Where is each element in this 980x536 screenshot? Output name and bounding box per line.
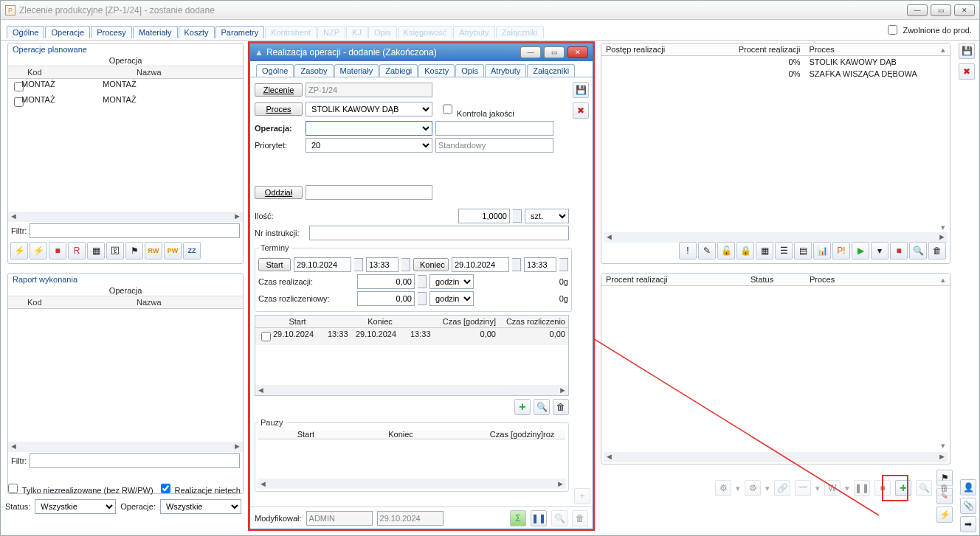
- start-date-input[interactable]: [294, 257, 351, 272]
- play-icon[interactable]: ▶: [852, 242, 869, 260]
- ilosc-unit-select[interactable]: szt.: [525, 209, 569, 223]
- tab-procesy[interactable]: Procesy: [91, 26, 132, 38]
- delete-icon[interactable]: ✖: [959, 63, 975, 80]
- list-icon[interactable]: ☰: [775, 242, 793, 260]
- lock-open-icon[interactable]: 🔓: [717, 242, 735, 260]
- progress-row[interactable]: 0%SZAFKA WISZĄCA DĘBOWA: [601, 68, 950, 80]
- tab-nzp[interactable]: NZP: [317, 26, 345, 38]
- search-icon[interactable]: 🔍: [909, 242, 927, 260]
- raport-filter-input[interactable]: [30, 453, 240, 468]
- dialog-tab-załączniki[interactable]: Załączniki: [527, 64, 575, 77]
- dialog-minimize-button[interactable]: —: [520, 46, 541, 58]
- tab-księgowość[interactable]: Księgowość: [398, 26, 453, 38]
- tab-materiały[interactable]: Materiały: [133, 26, 178, 38]
- czas-rozl-input[interactable]: [357, 291, 415, 306]
- dialog-tab-atrybuty[interactable]: Atrybuty: [485, 64, 526, 77]
- trash-icon[interactable]: 🗑: [928, 242, 946, 260]
- key-icon[interactable]: ⚿: [106, 242, 124, 260]
- nrinstr-input[interactable]: [309, 226, 569, 240]
- progress-row[interactable]: 0%STOLIK KAWOWY DĄB: [601, 56, 950, 68]
- raport-grid[interactable]: [8, 309, 243, 442]
- stop-icon[interactable]: ■: [49, 242, 66, 260]
- planned-grid[interactable]: MONTAŻMONTAŻMONTAŻMONTAŻ: [8, 79, 243, 212]
- dialog-close-button[interactable]: ✕: [567, 46, 588, 58]
- interval-add-icon[interactable]: +: [514, 399, 531, 415]
- flash-icon[interactable]: ⚡: [10, 242, 28, 260]
- tab-koszty[interactable]: Koszty: [179, 26, 215, 38]
- gantt-icon[interactable]: ▤: [794, 242, 812, 260]
- proces-select[interactable]: STOLIK KAWOWY DĄB: [306, 102, 432, 116]
- note-icon[interactable]: ✎: [698, 242, 716, 260]
- attach-icon[interactable]: 📎: [960, 498, 976, 514]
- tab-załączniki[interactable]: Załączniki: [496, 26, 544, 38]
- interval-grid[interactable]: Start Koniec Czas [godziny] Czas rozlicz…: [255, 315, 569, 396]
- dialog-tab-koszty[interactable]: Koszty: [418, 64, 455, 77]
- col-procent[interactable]: Procent realizacji: [717, 43, 805, 55]
- chart-icon[interactable]: 📊: [813, 242, 831, 260]
- p-icon[interactable]: P!: [832, 242, 850, 260]
- table-icon[interactable]: ▦: [756, 242, 773, 260]
- tab-atrybuty[interactable]: Atrybuty: [453, 26, 494, 38]
- col-postep[interactable]: Postęp realizacji: [601, 43, 717, 55]
- dialog-save-icon[interactable]: 💾: [573, 82, 589, 98]
- close-button[interactable]: ✕: [954, 4, 975, 16]
- status-select[interactable]: Wszystkie: [35, 499, 116, 514]
- koniec-date-input[interactable]: [452, 257, 509, 272]
- tab-kontrahent[interactable]: Kontrahent: [265, 26, 317, 38]
- tab-kj[interactable]: KJ: [346, 26, 368, 38]
- sigma-icon[interactable]: Σ: [510, 510, 526, 526]
- planned-filter-input[interactable]: [30, 223, 240, 238]
- start-button[interactable]: Start: [258, 258, 291, 271]
- tab-ogólne[interactable]: Ogólne: [7, 26, 44, 38]
- interval-search-icon[interactable]: 🔍: [534, 399, 550, 415]
- PW-icon[interactable]: PW: [164, 242, 182, 260]
- dialog-tab-opis[interactable]: Opis: [455, 64, 484, 77]
- alert-icon[interactable]: !: [679, 242, 697, 260]
- dialog-tab-ogólne[interactable]: Ogólne: [256, 64, 294, 77]
- operacja-name-input[interactable]: [435, 121, 553, 136]
- planned-row[interactable]: MONTAŻMONTAŻ: [8, 94, 243, 110]
- only-unrealized-checkbox[interactable]: Tylko niezrealizowane (bez RW/PW): [5, 481, 153, 495]
- foot-pause-icon[interactable]: ❚❚: [531, 510, 547, 526]
- tab-parametry[interactable]: Parametry: [215, 26, 265, 38]
- released-checkbox[interactable]: Zwolnione do prod.: [885, 23, 972, 37]
- col-proces[interactable]: Proces: [805, 43, 950, 55]
- zlecenie-button[interactable]: Zlecenie: [255, 83, 303, 97]
- operacja-select[interactable]: [306, 121, 432, 136]
- maximize-button[interactable]: ▭: [931, 4, 951, 16]
- priorytet-select[interactable]: 20: [306, 138, 432, 153]
- R-red-icon[interactable]: R: [68, 242, 86, 260]
- save-icon[interactable]: 💾: [959, 43, 975, 59]
- oddzial-input[interactable]: [306, 185, 432, 200]
- real-nietech-checkbox[interactable]: Realizacje nietech: [158, 481, 241, 495]
- col-nazwa[interactable]: Nazwa: [134, 66, 243, 78]
- minimize-button[interactable]: —: [907, 4, 928, 16]
- dialog-tab-zabiegi[interactable]: Zabiegi: [379, 64, 418, 77]
- operations-select[interactable]: Wszystkie: [160, 499, 241, 514]
- add-realization-button[interactable]: +: [895, 480, 911, 496]
- dialog-cancel-icon[interactable]: ✖: [573, 102, 589, 119]
- person-icon[interactable]: 👤: [960, 479, 976, 495]
- flag-icon[interactable]: ⚑: [125, 242, 143, 260]
- grid-icon[interactable]: ▦: [87, 242, 105, 260]
- oddzial-button[interactable]: Oddział: [255, 186, 303, 199]
- dialog-maximize-button[interactable]: ▭: [544, 46, 565, 58]
- start-time-input[interactable]: [366, 257, 398, 272]
- flash-green-icon[interactable]: ⚡: [30, 242, 47, 260]
- dialog-tab-zasoby[interactable]: Zasoby: [294, 64, 333, 77]
- planned-row[interactable]: MONTAŻMONTAŻ: [8, 79, 243, 94]
- czas-real-unit[interactable]: godzin: [429, 274, 474, 289]
- koniec-button[interactable]: Koniec: [413, 258, 449, 271]
- lock-icon[interactable]: 🔒: [736, 242, 754, 260]
- proces-button[interactable]: Proces: [255, 102, 303, 116]
- ilosc-input[interactable]: [458, 209, 510, 223]
- czas-real-input[interactable]: [357, 274, 415, 289]
- koniec-time-input[interactable]: [524, 257, 556, 272]
- export-icon[interactable]: ➡: [960, 516, 976, 532]
- menu-down-icon[interactable]: ▾: [871, 242, 888, 260]
- tab-opis[interactable]: Opis: [368, 26, 397, 38]
- col-kod[interactable]: Kod: [24, 66, 134, 78]
- kontrola-checkbox[interactable]: Kontrola jakości: [440, 100, 514, 119]
- RW-icon[interactable]: RW: [145, 242, 162, 260]
- czas-rozl-unit[interactable]: godzin: [429, 291, 474, 306]
